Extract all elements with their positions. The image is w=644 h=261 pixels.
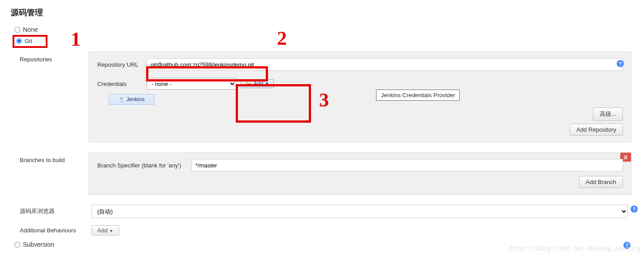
add-behaviour-button[interactable]: Add ▼: [91, 225, 119, 235]
branch-specifier-input[interactable]: [191, 159, 623, 171]
scm-git-radio[interactable]: [16, 38, 22, 44]
add-credentials-button[interactable]: Add▼: [241, 79, 274, 88]
repo-browser-label: 源码库浏览器: [20, 207, 91, 215]
scm-git-label: Git: [25, 38, 32, 44]
help-icon[interactable]: ?: [631, 205, 638, 213]
repo-url-input[interactable]: [147, 58, 623, 71]
scm-subversion-radio[interactable]: [14, 242, 20, 248]
repositories-label: Repositories: [20, 56, 89, 63]
additional-behaviours-label: Additional Behaviours: [20, 227, 91, 234]
credentials-label: Credentials: [97, 81, 147, 87]
scm-none-label: None: [23, 26, 38, 33]
branches-panel: X Branch Specifier (blank for 'any') Add…: [89, 152, 631, 195]
scm-none-radio[interactable]: [14, 27, 20, 33]
watermark: http://blog.csdn.net/boling_cavalry: [510, 245, 641, 252]
scm-none-row[interactable]: None: [4, 24, 640, 35]
scm-git-row[interactable]: Git: [13, 35, 48, 48]
svg-rect-2: [251, 83, 251, 85]
section-title: 源码管理: [11, 7, 640, 18]
advanced-button[interactable]: 高级...: [593, 107, 623, 121]
svg-point-3: [120, 97, 123, 100]
credentials-tooltip: Jenkins Credentials Provider: [376, 90, 460, 101]
scm-subversion-label: Subversion: [23, 241, 54, 248]
branch-specifier-label: Branch Specifier (blank for 'any'): [97, 162, 191, 169]
jenkins-icon: [118, 96, 125, 103]
repo-browser-select[interactable]: (自动): [91, 205, 628, 218]
repositories-panel: Repository URL ? Credentials - none - Ad…: [89, 51, 631, 142]
add-branch-button[interactable]: Add Branch: [579, 176, 623, 188]
svg-point-0: [246, 83, 248, 85]
key-icon: [246, 81, 252, 86]
repo-url-label: Repository URL: [97, 61, 147, 68]
credentials-select[interactable]: - none -: [147, 78, 236, 90]
add-repository-button[interactable]: Add Repository: [570, 124, 623, 136]
branches-label: Branches to build: [20, 157, 89, 163]
help-icon[interactable]: ?: [617, 60, 624, 67]
jenkins-provider-option[interactable]: Jenkins: [109, 94, 154, 105]
